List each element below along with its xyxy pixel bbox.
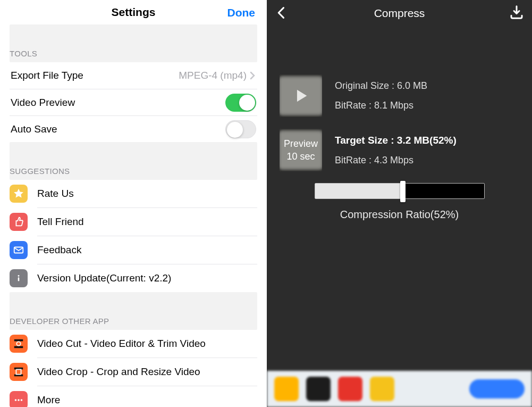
ad-cta-button[interactable] bbox=[469, 379, 525, 398]
video-cut-icon bbox=[10, 335, 28, 353]
export-file-type-value: MPEG-4 (mp4) bbox=[179, 70, 247, 81]
mail-icon bbox=[10, 241, 28, 259]
ad-tile-icon bbox=[338, 377, 362, 401]
preview-thumbnail[interactable]: Preview 10 sec bbox=[280, 129, 322, 171]
video-crop-label: Video Crop - Crop and Resize Video bbox=[37, 366, 200, 378]
rate-us-label: Rate Us bbox=[37, 188, 74, 200]
ad-tile-icon bbox=[370, 377, 394, 401]
ad-banner[interactable] bbox=[267, 371, 532, 407]
ad-tile-icon bbox=[306, 377, 331, 401]
tools-section-label: TOOLS bbox=[10, 41, 257, 62]
settings-title: Settings bbox=[112, 6, 156, 19]
star-icon bbox=[10, 185, 28, 203]
compression-slider[interactable] bbox=[315, 183, 485, 199]
svg-rect-4 bbox=[14, 339, 23, 342]
target-size-label: Target Size : 3.2 MB(52%) bbox=[335, 135, 457, 146]
feedback-label: Feedback bbox=[37, 244, 81, 256]
settings-header: Settings Done bbox=[0, 0, 267, 24]
original-thumbnail[interactable] bbox=[280, 74, 322, 117]
ad-tile-icon bbox=[274, 377, 299, 401]
slider-thumb-icon[interactable] bbox=[400, 181, 406, 202]
more-row[interactable]: More bbox=[10, 386, 257, 407]
play-icon bbox=[292, 87, 310, 105]
auto-save-label: Auto Save bbox=[10, 123, 57, 135]
original-size-label: Original Size : 6.0 MB bbox=[335, 80, 427, 92]
preview-thumb-line1: Preview bbox=[284, 137, 318, 150]
export-file-type-row[interactable]: Export File Type MPEG-4 (mp4) bbox=[10, 62, 257, 89]
more-label: More bbox=[37, 394, 60, 406]
video-cut-label: Video Cut - Video Editor & Trim Video bbox=[37, 338, 206, 350]
version-update-label: Version Update(Current: v2.2) bbox=[37, 272, 171, 284]
compress-screen: Compress Original Size : 6.0 MB BitRate … bbox=[267, 0, 532, 407]
svg-point-10 bbox=[18, 399, 20, 401]
settings-screen: Settings Done TOOLS Export File Type MPE… bbox=[0, 0, 267, 407]
tell-friend-label: Tell Friend bbox=[37, 216, 84, 228]
original-video-row: Original Size : 6.0 MB BitRate : 8.1 Mbp… bbox=[280, 74, 519, 117]
feedback-row[interactable]: Feedback bbox=[10, 236, 257, 264]
compress-title: Compress bbox=[374, 7, 425, 20]
tell-friend-row[interactable]: Tell Friend bbox=[10, 208, 257, 236]
auto-save-row: Auto Save bbox=[10, 115, 257, 142]
video-cut-row[interactable]: Video Cut - Video Editor & Trim Video bbox=[10, 330, 257, 358]
download-button[interactable] bbox=[509, 4, 525, 20]
svg-point-6 bbox=[16, 342, 20, 345]
target-bitrate-label: BitRate : 4.3 Mbps bbox=[335, 155, 457, 166]
video-preview-toggle[interactable] bbox=[225, 94, 256, 112]
back-button[interactable] bbox=[274, 5, 289, 20]
version-update-row[interactable]: Version Update(Current: v2.2) bbox=[10, 264, 257, 292]
svg-rect-3 bbox=[18, 277, 20, 281]
compression-ratio-label: Compression Ratio(52%) bbox=[340, 209, 459, 221]
thumbs-up-icon bbox=[10, 213, 28, 231]
original-bitrate-label: BitRate : 8.1 Mbps bbox=[335, 100, 427, 111]
video-preview-label: Video Preview bbox=[10, 97, 75, 109]
chevron-right-icon bbox=[250, 71, 255, 80]
export-file-type-label: Export File Type bbox=[10, 70, 83, 81]
svg-rect-5 bbox=[14, 346, 23, 348]
video-crop-row[interactable]: Video Crop - Crop and Resize Video bbox=[10, 358, 257, 386]
auto-save-toggle[interactable] bbox=[225, 120, 256, 138]
compress-header: Compress bbox=[267, 0, 532, 27]
preview-thumb-line2: 10 sec bbox=[286, 150, 315, 163]
rate-us-row[interactable]: Rate Us bbox=[10, 180, 257, 207]
suggestions-section-label: SUGGESTIONS bbox=[10, 159, 257, 180]
devapps-section-label: DEVELOPER OTHER APP bbox=[10, 309, 257, 330]
info-icon bbox=[10, 269, 28, 287]
video-preview-row: Video Preview bbox=[10, 89, 257, 115]
video-crop-icon bbox=[10, 363, 28, 381]
svg-point-2 bbox=[18, 275, 20, 277]
done-button[interactable]: Done bbox=[227, 6, 256, 19]
svg-point-9 bbox=[15, 399, 17, 401]
svg-point-11 bbox=[21, 399, 23, 401]
target-video-row: Preview 10 sec Target Size : 3.2 MB(52%)… bbox=[280, 129, 519, 171]
more-icon bbox=[10, 391, 28, 407]
